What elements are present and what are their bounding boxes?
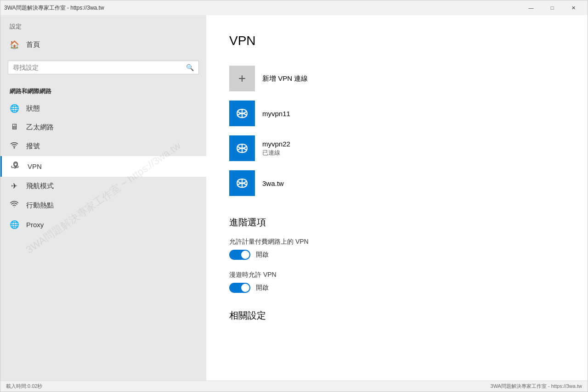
option-row-2: 漫遊時允許 VPN 開啟 (229, 271, 565, 293)
sidebar-item-dialup[interactable]: 撥號 (0, 136, 206, 156)
home-icon: 🏠 (10, 40, 19, 50)
vpn2-info: myvpn22 已連線 (262, 140, 290, 157)
dialup-icon (10, 141, 19, 151)
home-label: 首頁 (26, 40, 40, 49)
ethernet-icon: 🖥 (10, 123, 19, 132)
main-content: 設定 🏠 首頁 🔍 網路和網際網路 🌐 狀態 🖥 乙太網路 (0, 15, 588, 381)
content-panel: VPN + 新增 VPN 連線 (206, 15, 588, 381)
vpn-nav-icon (11, 161, 20, 172)
close-button[interactable]: ✕ (563, 0, 584, 15)
app-title: 設定 (0, 15, 206, 34)
airplane-icon: ✈ (10, 181, 19, 191)
option1-label: 允許計量付費網路上的 VPN (229, 238, 565, 246)
option2-toggle-row: 開啟 (229, 283, 565, 293)
airplane-label: 飛航模式 (26, 182, 54, 190)
title-bar: 3WA問題解決專家工作室 - https://3wa.tw — □ ✕ (0, 0, 588, 15)
status-icon: 🌐 (10, 104, 19, 113)
option1-toggle-label: 開啟 (256, 251, 269, 259)
hotspot-icon (10, 200, 19, 211)
svg-point-0 (14, 147, 15, 148)
proxy-label: Proxy (26, 221, 44, 229)
vpn-connection-1[interactable]: myvpn11 (229, 97, 565, 130)
option2-toggle[interactable] (229, 283, 250, 293)
vpn2-name: myvpn22 (262, 140, 290, 148)
bottom-bar: 載入時間:0.02秒 3WA問題解決專家工作室 - https://3wa.tw (0, 381, 588, 392)
option2-label: 漫遊時允許 VPN (229, 271, 565, 279)
dialup-label: 撥號 (26, 142, 40, 151)
bottom-right-text: 3WA問題解決專家工作室 - https://3wa.tw (491, 383, 582, 390)
vpn2-status: 已連線 (262, 149, 290, 157)
sidebar-item-vpn[interactable]: VPN (0, 156, 206, 177)
search-icon: 🔍 (186, 64, 194, 71)
advanced-section-heading: 進階選項 (229, 216, 565, 229)
maximize-button[interactable]: □ (542, 0, 563, 15)
search-box[interactable]: 🔍 (8, 61, 199, 74)
sidebar-item-hotspot[interactable]: 行動熱點 (0, 196, 206, 215)
add-vpn-label: 新增 VPN 連線 (262, 74, 308, 83)
proxy-icon: 🌐 (10, 220, 19, 230)
vpn3-info: 3wa.tw (262, 179, 284, 187)
vpn1-icon (234, 105, 250, 122)
vpn-connection-3[interactable]: 3wa.tw (229, 167, 565, 200)
minimize-button[interactable]: — (520, 0, 542, 15)
vpn1-info: myvpn11 (262, 110, 290, 118)
vpn3-name: 3wa.tw (262, 179, 284, 187)
vpn1-icon-box (229, 101, 255, 126)
svg-point-1 (14, 207, 15, 207)
sidebar-item-proxy[interactable]: 🌐 Proxy (0, 215, 206, 234)
option1-toggle-row: 開啟 (229, 250, 565, 260)
option2-toggle-label: 開啟 (256, 284, 269, 292)
related-section-heading: 相關設定 (229, 309, 565, 322)
vpn-connection-2[interactable]: myvpn22 已連線 (229, 132, 565, 165)
page-title: VPN (229, 34, 565, 48)
sidebar-item-home[interactable]: 🏠 首頁 (0, 34, 206, 55)
sidebar-item-ethernet[interactable]: 🖥 乙太網路 (0, 118, 206, 136)
bottom-left-text: 載入時間:0.02秒 (6, 383, 42, 390)
sidebar: 設定 🏠 首頁 🔍 網路和網際網路 🌐 狀態 🖥 乙太網路 (0, 15, 206, 381)
section-label: 網路和網際網路 (0, 80, 206, 99)
search-input[interactable] (13, 64, 182, 71)
vpn1-name: myvpn11 (262, 110, 290, 118)
add-vpn-icon-box: + (229, 66, 255, 91)
status-label: 狀態 (26, 104, 40, 113)
option-row-1: 允許計量付費網路上的 VPN 開啟 (229, 238, 565, 260)
title-bar-text: 3WA問題解決專家工作室 - https://3wa.tw (4, 4, 104, 12)
vpn2-icon-box (229, 135, 255, 161)
title-bar-controls: — □ ✕ (520, 0, 584, 15)
sidebar-item-status[interactable]: 🌐 狀態 (0, 99, 206, 118)
add-vpn-button[interactable]: + 新增 VPN 連線 (229, 62, 565, 95)
vpn3-icon-box (229, 170, 255, 196)
vpn2-icon (234, 140, 250, 157)
ethernet-label: 乙太網路 (26, 123, 54, 132)
option1-toggle[interactable] (229, 250, 250, 260)
hotspot-label: 行動熱點 (26, 201, 54, 210)
vpn3-icon (234, 175, 250, 191)
vpn-nav-label: VPN (28, 162, 42, 170)
sidebar-item-airplane[interactable]: ✈ 飛航模式 (0, 177, 206, 196)
